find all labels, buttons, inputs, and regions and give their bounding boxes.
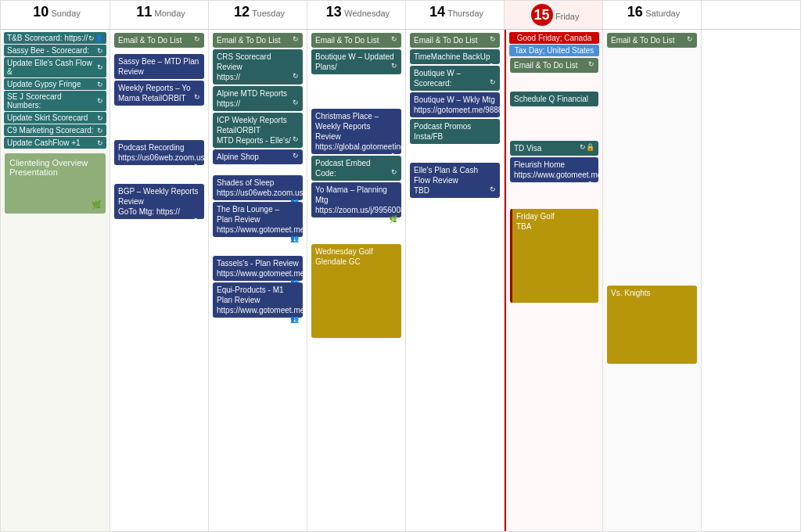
list-item[interactable]: Boutique W – Updated Plans/ ↻ <box>311 49 401 74</box>
list-item[interactable]: Update Elle's Cash Flow &↻ <box>4 57 106 77</box>
list-item[interactable]: Podcast PromosInsta/FB <box>410 119 500 144</box>
list-item[interactable]: Schedule Q Financial <box>510 92 598 106</box>
calendar-header: 10 Sunday 11 Monday 12 Tuesday 13 Wednes… <box>1 1 800 30</box>
list-item[interactable]: Email & To Do List ↻ <box>607 33 697 48</box>
list-item[interactable]: The Bra Lounge – Plan Reviewhttps://www.… <box>213 202 303 237</box>
list-item[interactable]: Email & To Do List ↻ <box>213 33 303 48</box>
list-item[interactable]: SE J Scorecard Numbers:↻ <box>4 91 106 111</box>
list-item[interactable]: Wednesday GolfGlendale GC <box>311 244 401 338</box>
day-col-monday: Email & To Do List ↻ Sassy Bee – MTD Pla… <box>110 30 209 531</box>
list-item[interactable]: Vs. Knights <box>607 286 697 364</box>
list-item[interactable]: Email & To Do List ↻ <box>114 33 204 48</box>
calendar-view: 10 Sunday 11 Monday 12 Tuesday 13 Wednes… <box>0 0 801 532</box>
list-item[interactable]: TimeMachine BackUp ↻ <box>410 49 500 64</box>
list-item[interactable]: Email & To Do List ↻ <box>311 33 401 48</box>
list-item[interactable]: Update Skirt Scorecard↻ <box>4 112 106 124</box>
holiday-banner-tax-day: Tax Day; United States <box>509 45 599 56</box>
list-item[interactable]: Christmas Place – Weekly Reports Reviewh… <box>311 109 401 154</box>
list-item[interactable]: Equi-Products - M1 Plan Reviewhttps://ww… <box>213 282 303 318</box>
day-header-fri: 15 Friday <box>505 1 603 29</box>
list-item[interactable]: Alpine Shop ↻ <box>213 149 303 164</box>
day-col-tuesday: Email & To Do List ↻ CRS Scorecard Revie… <box>209 30 307 531</box>
list-item[interactable]: Alpine MTD Reportshttps:// ↻ <box>213 86 303 111</box>
day-col-sunday: T&B Scorecard: https://↻👤 Sassy Bee - Sc… <box>1 30 110 531</box>
day-header-sat: 16 Saturday <box>603 1 702 29</box>
list-item[interactable]: Podcast Embed Code: ↻ <box>311 156 401 181</box>
day-header-thu: 14 Thursday <box>406 1 505 29</box>
list-item[interactable]: T&B Scorecard: https://↻👤 <box>4 32 106 44</box>
list-item[interactable]: Email & To Do List ↻ <box>410 33 500 48</box>
list-item[interactable]: Sassy Bee – MTD Plan Review <box>114 54 204 79</box>
holiday-banner-good-friday: Good Friday; Canada <box>509 32 599 44</box>
day-header-sun: 10 Sunday <box>1 1 110 29</box>
list-item[interactable]: Shades of Sleephttps://us06web.zoom.us/j… <box>213 175 303 200</box>
list-item[interactable]: TD Visa ↻🔒 <box>510 141 598 156</box>
day-header-wed: 13 Wednesday <box>307 1 406 29</box>
list-item[interactable]: Boutique W – Wkly Mtghttps://gotomeet.me… <box>410 92 500 117</box>
day-col-wednesday: Email & To Do List ↻ Boutique W – Update… <box>307 30 406 531</box>
list-item[interactable]: Tassels's - Plan Reviewhttps://www.gotom… <box>213 256 303 281</box>
list-item[interactable]: Boutique W – Scorecard: ↻ <box>410 66 500 91</box>
day-col-friday: Good Friday; Canada Tax Day; United Stat… <box>505 30 603 531</box>
list-item[interactable]: Update Gypsy Fringe↻ <box>4 78 106 90</box>
list-item[interactable]: CRS Scorecard Reviewhttps:// ↻ <box>213 49 303 84</box>
list-item[interactable]: BGP – Weekly Reports ReviewGoTo Mtg: htt… <box>114 184 204 219</box>
day-header-mon: 11 Monday <box>110 1 209 29</box>
list-item[interactable]: Fleurish Homehttps://www.gotomeet.me/Ret… <box>510 157 598 182</box>
day-col-saturday: Email & To Do List ↻ Vs. Knights <box>603 30 702 531</box>
list-item[interactable]: Email & To Do List ↻ <box>510 58 598 73</box>
list-item[interactable]: Yo Mama – Planning Mtghttps://zoom.us/j/… <box>311 182 401 217</box>
list-item[interactable]: Sassy Bee - Scorecard:↻ <box>4 45 106 56</box>
list-item[interactable]: Elle's Plan & Cash Flow ReviewTBD ↻ <box>410 163 500 198</box>
day-col-thursday: Email & To Do List ↻ TimeMachine BackUp … <box>406 30 505 531</box>
list-item[interactable]: Podcast Recordinghttps://us06web.zoom.us… <box>114 140 204 165</box>
list-item[interactable]: Update CashFlow +1↻ <box>4 137 106 149</box>
list-item[interactable]: ICP Weekly Reports RetailORBITMTD Report… <box>213 113 303 148</box>
list-item[interactable]: Friday GolfTBA <box>510 209 598 303</box>
day-header-tue: 12 Tuesday <box>209 1 307 29</box>
list-item[interactable]: C9 Marketing Scorecard:↻ <box>4 124 106 136</box>
list-item[interactable]: Weekly Reports – Yo Mama RetailORBIT ↻ <box>114 81 204 106</box>
list-item[interactable]: Clienteling Overview Presentation 🌿 <box>5 153 106 214</box>
